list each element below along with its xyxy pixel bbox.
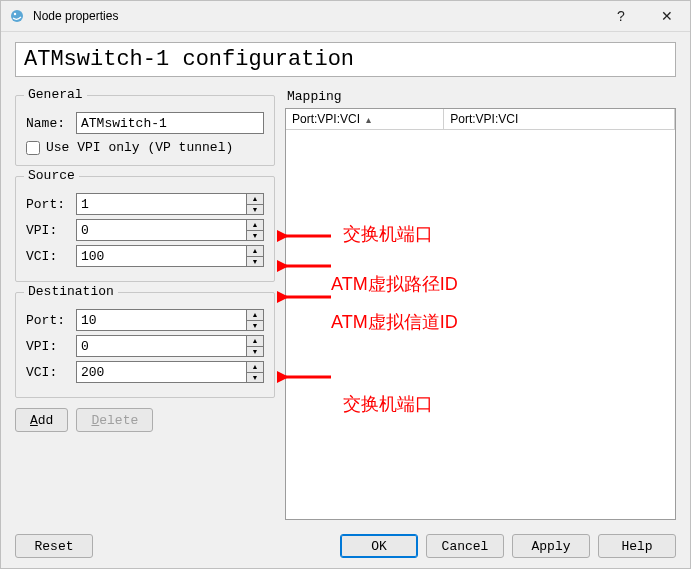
spin-down-icon[interactable]: ▼ <box>247 373 263 383</box>
dest-vci-input[interactable] <box>76 361 246 383</box>
source-vci-label: VCI: <box>26 249 76 264</box>
app-icon <box>9 8 25 24</box>
spin-up-icon[interactable]: ▲ <box>247 362 263 373</box>
group-source-legend: Source <box>24 168 79 183</box>
spin-down-icon[interactable]: ▼ <box>247 205 263 215</box>
spin-up-icon[interactable]: ▲ <box>247 336 263 347</box>
title-bar: Node properties ? ✕ <box>1 1 690 32</box>
spin-up-icon[interactable]: ▲ <box>247 310 263 321</box>
dest-vci-label: VCI: <box>26 365 76 380</box>
mapping-col1[interactable]: Port:VPI:VCI <box>286 109 444 129</box>
source-vpi-label: VPI: <box>26 223 76 238</box>
vpi-only-checkbox[interactable] <box>26 141 40 155</box>
mapping-body[interactable] <box>286 130 675 519</box>
spin-down-icon[interactable]: ▼ <box>247 321 263 331</box>
svg-point-0 <box>11 10 23 22</box>
cancel-button[interactable]: Cancel <box>426 534 504 558</box>
source-vpi-spinner[interactable]: ▲▼ <box>246 219 264 241</box>
spin-down-icon[interactable]: ▼ <box>247 347 263 357</box>
dest-port-label: Port: <box>26 313 76 328</box>
group-general: General Name: Use VPI only (VP tunnel) <box>15 95 275 166</box>
name-input[interactable] <box>76 112 264 134</box>
name-label: Name: <box>26 116 76 131</box>
source-port-label: Port: <box>26 197 76 212</box>
help-footer-button[interactable]: Help <box>598 534 676 558</box>
group-mapping-legend: Mapping <box>287 89 676 104</box>
dest-vci-spinner[interactable]: ▲▼ <box>246 361 264 383</box>
vpi-only-checkbox-row[interactable]: Use VPI only (VP tunnel) <box>26 140 264 155</box>
group-source: Source Port: ▲▼ VPI: ▲▼ <box>15 176 275 282</box>
dest-port-input[interactable] <box>76 309 246 331</box>
spin-down-icon[interactable]: ▼ <box>247 231 263 241</box>
spin-down-icon[interactable]: ▼ <box>247 257 263 267</box>
delete-button[interactable]: Delete <box>76 408 153 432</box>
source-vpi-input[interactable] <box>76 219 246 241</box>
spin-up-icon[interactable]: ▲ <box>247 220 263 231</box>
source-vci-spinner[interactable]: ▲▼ <box>246 245 264 267</box>
mapping-header[interactable]: Port:VPI:VCI Port:VPI:VCI <box>286 109 675 130</box>
add-button[interactable]: Add <box>15 408 68 432</box>
apply-button[interactable]: Apply <box>512 534 590 558</box>
dest-vpi-spinner[interactable]: ▲▼ <box>246 335 264 357</box>
spin-up-icon[interactable]: ▲ <box>247 246 263 257</box>
svg-point-1 <box>14 13 16 15</box>
source-vci-input[interactable] <box>76 245 246 267</box>
source-port-spinner[interactable]: ▲▼ <box>246 193 264 215</box>
mapping-table[interactable]: Port:VPI:VCI Port:VPI:VCI <box>285 108 676 520</box>
page-title: ATMswitch-1 configuration <box>15 42 676 77</box>
group-destination: Destination Port: ▲▼ VPI: ▲▼ <box>15 292 275 398</box>
dest-port-spinner[interactable]: ▲▼ <box>246 309 264 331</box>
help-button[interactable]: ? <box>598 1 644 31</box>
source-port-input[interactable] <box>76 193 246 215</box>
window-title: Node properties <box>33 9 598 23</box>
group-general-legend: General <box>24 87 87 102</box>
reset-button[interactable]: Reset <box>15 534 93 558</box>
group-destination-legend: Destination <box>24 284 118 299</box>
vpi-only-label: Use VPI only (VP tunnel) <box>46 140 233 155</box>
mapping-col2[interactable]: Port:VPI:VCI <box>444 109 675 129</box>
dest-vpi-input[interactable] <box>76 335 246 357</box>
ok-button[interactable]: OK <box>340 534 418 558</box>
dest-vpi-label: VPI: <box>26 339 76 354</box>
spin-up-icon[interactable]: ▲ <box>247 194 263 205</box>
close-button[interactable]: ✕ <box>644 1 690 31</box>
